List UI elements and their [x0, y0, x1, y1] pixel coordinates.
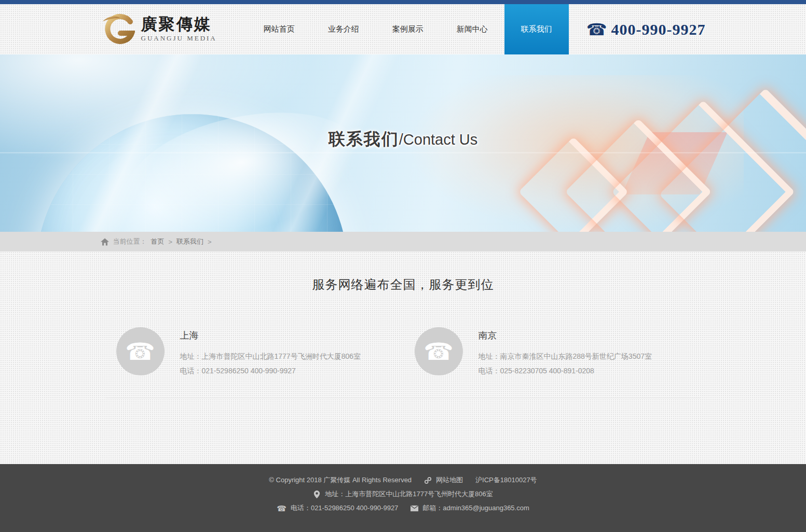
- page: 廣聚傳媒 GUANGJU MEDIA 网站首页 业务介绍 案例展示 新闻中心 联…: [0, 0, 806, 532]
- footer-line-address: 地址：上海市普陀区中山北路1777号飞州时代大厦806室: [0, 489, 806, 499]
- office-address: 地址：上海市普陀区中山北路1777号飞洲时代大厦806室: [180, 349, 361, 363]
- link-icon: [424, 477, 432, 484]
- nav-item-home[interactable]: 网站首页: [247, 4, 311, 54]
- main-nav: 网站首页 业务介绍 案例展示 新闻中心 联系我们: [247, 4, 569, 54]
- banner-title: 联系我们/Contact Us: [0, 128, 806, 151]
- footer-address: 地址：上海市普陀区中山北路1777号飞州时代大厦806室: [325, 489, 493, 499]
- nav-item-cases[interactable]: 案例展示: [376, 4, 440, 54]
- email-icon: [411, 505, 418, 512]
- footer-email: 邮箱：admin365@juguang365.com: [422, 503, 529, 513]
- footer-phone: 电话：021-52986250 400-990-9927: [291, 503, 398, 513]
- footer-line-contact: ☎ 电话：021-52986250 400-990-9927 邮箱：admin3…: [0, 503, 806, 513]
- breadcrumb-label: 当前位置：: [113, 237, 147, 246]
- copyright-text: © Copyright 2018 广聚传媒 All Rights Reserve…: [269, 475, 412, 485]
- office-card-nanjing: ☎ 南京 地址：南京市秦淮区中山东路288号新世纪广场3507室 电话：025-…: [403, 327, 702, 378]
- nav-item-news[interactable]: 新闻中心: [440, 4, 504, 54]
- top-accent-bar: [0, 0, 806, 4]
- logo-title: 廣聚傳媒: [141, 16, 217, 33]
- office-info: 南京 地址：南京市秦淮区中山东路288号新世纪广场3507室 电话：025-82…: [479, 327, 652, 378]
- footer-line-copyright: © Copyright 2018 广聚传媒 All Rights Reserve…: [0, 475, 806, 485]
- section-divider: [106, 398, 701, 398]
- office-phone: 电话：021-52986250 400-990-9927: [180, 363, 361, 378]
- office-city: 南京: [479, 329, 652, 342]
- icp-link[interactable]: 沪ICP备18010027号: [475, 475, 537, 485]
- breadcrumb-separator: >: [208, 238, 212, 246]
- site-footer: © Copyright 2018 广聚传媒 All Rights Reserve…: [0, 464, 806, 532]
- office-card-shanghai: ☎ 上海 地址：上海市普陀区中山北路1777号飞洲时代大厦806室 电话：021…: [105, 327, 403, 378]
- site-header: 廣聚傳媒 GUANGJU MEDIA 网站首页 业务介绍 案例展示 新闻中心 联…: [0, 4, 806, 54]
- office-list: ☎ 上海 地址：上海市普陀区中山北路1777号飞洲时代大厦806室 电话：021…: [105, 327, 702, 378]
- nav-item-services[interactable]: 业务介绍: [311, 4, 376, 54]
- office-address: 地址：南京市秦淮区中山东路288号新世纪广场3507室: [479, 349, 652, 363]
- sitemap-link[interactable]: 网站地图: [436, 475, 463, 485]
- home-icon: [101, 238, 109, 246]
- banner-title-en: /Contact Us: [399, 131, 478, 148]
- header-phone: ☎ 400-990-9927: [586, 21, 706, 38]
- logo-text: 廣聚傳媒 GUANGJU MEDIA: [141, 16, 217, 43]
- breadcrumb-bar: 当前位置： 首页 > 联系我们 >: [0, 232, 806, 251]
- phone-number: 400-990-9927: [611, 21, 706, 38]
- hero-banner: 联系我们/Contact Us: [0, 54, 806, 232]
- office-phone: 电话：025-82230705 400-891-0208: [479, 363, 652, 378]
- nav-item-contact[interactable]: 联系我们: [504, 4, 569, 54]
- section-heading: 服务网络遍布全国，服务更到位: [0, 276, 806, 293]
- banner-title-cn: 联系我们: [329, 130, 399, 148]
- logo-subtitle: GUANGJU MEDIA: [141, 34, 217, 43]
- location-pin-icon: [313, 491, 321, 498]
- logo[interactable]: 廣聚傳媒 GUANGJU MEDIA: [101, 13, 217, 46]
- office-phone-icon: ☎: [116, 327, 165, 375]
- breadcrumb: 当前位置： 首页 > 联系我们 >: [101, 232, 706, 251]
- main-content: 服务网络遍布全国，服务更到位 ☎ 上海 地址：上海市普陀区中山北路1777号飞洲…: [0, 251, 806, 464]
- office-phone-icon: ☎: [415, 327, 463, 375]
- office-city: 上海: [180, 329, 361, 342]
- phone-icon: ☎: [277, 505, 286, 512]
- breadcrumb-current-link[interactable]: 联系我们: [176, 237, 203, 246]
- breadcrumb-home-link[interactable]: 首页: [151, 237, 165, 246]
- office-info: 上海 地址：上海市普陀区中山北路1777号飞洲时代大厦806室 电话：021-5…: [180, 327, 361, 378]
- logo-g-icon: [101, 13, 135, 46]
- breadcrumb-separator: >: [169, 238, 173, 246]
- phone-icon: ☎: [586, 21, 607, 38]
